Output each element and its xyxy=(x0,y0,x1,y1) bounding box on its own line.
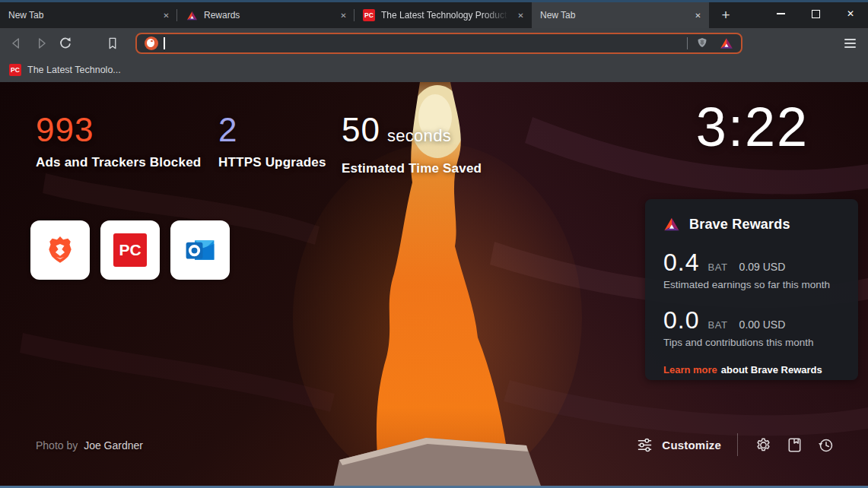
top-site-outlook[interactable] xyxy=(170,220,230,280)
top-site-brave[interactable] xyxy=(30,220,90,280)
outlook-icon xyxy=(183,233,218,268)
stat-value: 993 xyxy=(36,111,218,149)
back-icon xyxy=(8,35,25,52)
bookmark-item-pcmag[interactable]: PC The Latest Technolo... xyxy=(9,64,121,76)
pcmag-icon: PC xyxy=(113,233,147,267)
window-controls: ✕ xyxy=(763,2,868,25)
minimize-button[interactable] xyxy=(763,2,798,25)
stat-label: Ads and Trackers Blocked xyxy=(36,155,218,170)
bookmarks-book-button[interactable] xyxy=(785,436,803,454)
bat-rewards-icon[interactable] xyxy=(720,36,733,50)
browser-window: New Tab ✕ Rewards ✕ PC The Latest Techno… xyxy=(0,0,868,488)
bat-triangle-icon xyxy=(663,216,680,233)
maximize-button[interactable] xyxy=(798,2,833,25)
main-menu-button[interactable] xyxy=(841,34,859,52)
window-top-border xyxy=(0,0,868,2)
earnings-caption: Estimated earnings so far this month xyxy=(663,279,840,290)
tab-rewards[interactable]: Rewards ✕ xyxy=(177,2,355,28)
back-button[interactable] xyxy=(6,33,27,54)
tab-new-tab-1[interactable]: New Tab ✕ xyxy=(0,2,177,28)
pcmag-favicon: PC xyxy=(363,9,375,21)
top-site-pcmag[interactable]: PC xyxy=(100,220,160,280)
sliders-icon xyxy=(635,436,653,454)
tab-close-icon[interactable]: ✕ xyxy=(514,9,527,22)
duckduckgo-icon xyxy=(145,36,158,50)
tab-close-icon[interactable]: ✕ xyxy=(160,9,173,22)
stat-label: HTTPS Upgrades xyxy=(218,155,342,170)
tab-close-icon[interactable]: ✕ xyxy=(692,9,704,22)
earnings-currency: BAT xyxy=(707,261,727,273)
stat-value: 50 xyxy=(342,111,380,149)
tab-strip: New Tab ✕ Rewards ✕ PC The Latest Techno… xyxy=(0,2,868,28)
navigation-toolbar xyxy=(0,28,868,58)
tips-currency: BAT xyxy=(707,319,727,331)
bookmark-ribbon-icon xyxy=(105,36,120,51)
brave-shields-icon[interactable] xyxy=(695,36,709,50)
new-tab-button[interactable]: + xyxy=(715,5,736,26)
close-icon: ✕ xyxy=(847,9,854,18)
tab-title: New Tab xyxy=(540,10,688,21)
tab-title: New Tab xyxy=(8,10,157,21)
rewards-tips-row: 0.0 BAT 0.00 USD Tips and contributions … xyxy=(663,307,840,348)
close-window-button[interactable]: ✕ xyxy=(833,2,868,25)
tab-pcmag[interactable]: PC The Latest Technology Product Re ✕ xyxy=(355,2,532,28)
customize-bar: Customize xyxy=(635,433,835,456)
stat-time-saved: 50 seconds Estimated Time Saved xyxy=(342,111,482,176)
urlbar-divider xyxy=(687,37,688,49)
photo-credit: Photo by Joe Gardner xyxy=(36,439,143,452)
stat-unit: seconds xyxy=(387,117,451,155)
brave-lion-icon xyxy=(43,233,77,267)
stat-value: 2 xyxy=(218,111,342,149)
photo-credit-author[interactable]: Joe Gardner xyxy=(84,439,143,452)
reload-button[interactable] xyxy=(55,33,76,54)
pcmag-favicon: PC xyxy=(9,64,21,76)
earnings-amount: 0.4 xyxy=(663,249,699,275)
photo-credit-prefix: Photo by xyxy=(36,439,78,452)
shield-stats: 993 Ads and Trackers Blocked 2 HTTPS Upg… xyxy=(36,111,482,176)
learn-more-link[interactable]: Learn more xyxy=(663,364,717,376)
forward-icon xyxy=(33,35,49,52)
stat-https-upgrades: 2 HTTPS Upgrades xyxy=(218,111,342,176)
tab-title: Rewards xyxy=(204,10,334,21)
stat-label: Estimated Time Saved xyxy=(342,161,482,176)
reload-icon xyxy=(57,35,74,52)
tab-new-tab-active[interactable]: New Tab ✕ xyxy=(532,2,709,28)
earnings-converted: 0.09 USD xyxy=(739,261,786,273)
customize-divider xyxy=(737,433,738,456)
customize-button[interactable]: Customize xyxy=(662,439,721,452)
tab-title: The Latest Technology Product Re xyxy=(381,10,511,21)
new-tab-page: 993 Ads and Trackers Blocked 2 HTTPS Upg… xyxy=(0,82,868,488)
maximize-icon xyxy=(812,10,820,18)
bookmark-label: The Latest Technolo... xyxy=(27,65,121,75)
bat-triangle-icon xyxy=(186,9,198,21)
bookmarks-bar: PC The Latest Technolo... xyxy=(0,58,868,82)
tips-converted: 0.00 USD xyxy=(739,318,786,331)
rewards-title: Brave Rewards xyxy=(689,217,790,233)
bookmark-this-page-button[interactable] xyxy=(102,33,123,54)
forward-button[interactable] xyxy=(30,33,52,54)
address-bar[interactable] xyxy=(135,33,742,54)
rewards-earnings-row: 0.4 BAT 0.09 USD Estimated earnings so f… xyxy=(663,249,840,290)
tab-close-icon[interactable]: ✕ xyxy=(337,9,350,22)
stat-ads-blocked: 993 Ads and Trackers Blocked xyxy=(36,111,218,176)
minimize-icon xyxy=(777,13,785,14)
address-input[interactable] xyxy=(165,36,680,49)
settings-gear-button[interactable] xyxy=(754,436,772,454)
top-sites-grid: PC xyxy=(30,220,230,280)
brave-rewards-widget: Brave Rewards 0.4 BAT 0.09 USD Estimated… xyxy=(645,199,858,380)
tips-amount: 0.0 xyxy=(663,307,699,333)
tips-caption: Tips and contributions this month xyxy=(663,337,840,348)
clock: 3:22 xyxy=(696,96,809,158)
history-clock-button[interactable] xyxy=(816,436,835,454)
learn-more-text: about Brave Rewards xyxy=(721,364,822,376)
